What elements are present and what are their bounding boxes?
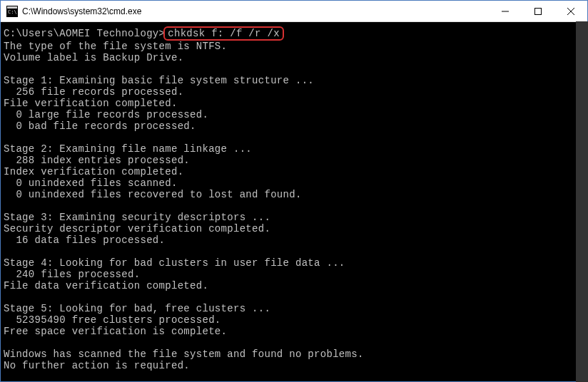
terminal-content: C:\Users\AOMEI Technology>chkdsk f: /f /… <box>4 26 584 371</box>
window-controls <box>489 1 587 21</box>
scrollbar[interactable] <box>576 21 588 382</box>
cmd-icon: C:\ <box>6 6 18 17</box>
output-line <box>4 337 584 349</box>
output-line <box>4 246 584 257</box>
output-line: Windows has scanned the file system and … <box>4 349 584 360</box>
output-line: 240 files processed. <box>4 269 584 280</box>
output-line: Stage 2: Examining file name linkage ... <box>4 143 584 155</box>
titlebar[interactable]: C:\ C:\Windows\system32\cmd.exe <box>1 1 587 22</box>
output-line <box>4 63 584 75</box>
output-line: 0 unindexed files scanned. <box>4 177 584 189</box>
window-title: C:\Windows\system32\cmd.exe <box>22 6 489 16</box>
output-line: Volume label is Backup Drive. <box>4 52 584 63</box>
output-line: 0 large file records processed. <box>4 109 584 120</box>
output-line: File verification completed. <box>4 98 584 109</box>
maximize-button[interactable] <box>522 1 554 21</box>
output-line: 16 data files processed. <box>4 234 584 246</box>
terminal-area[interactable]: C:\Users\AOMEI Technology>chkdsk f: /f /… <box>1 22 587 381</box>
output-line: Stage 5: Looking for bad, free clusters … <box>4 303 584 314</box>
output-lines: The type of the file system is NTFS.Volu… <box>4 41 584 371</box>
output-line: 52395490 free clusters processed. <box>4 314 584 326</box>
minimize-button[interactable] <box>489 1 522 21</box>
output-line: File data verification completed. <box>4 280 584 291</box>
prompt: C:\Users\AOMEI Technology> <box>4 28 165 39</box>
svg-rect-1 <box>7 6 17 9</box>
output-line: 0 bad file records processed. <box>4 120 584 132</box>
output-line <box>4 200 584 212</box>
command-highlight: chkdsk f: /f /r /x <box>163 26 284 41</box>
prompt-line: C:\Users\AOMEI Technology>chkdsk f: /f /… <box>4 26 584 41</box>
output-line: The type of the file system is NTFS. <box>4 41 584 52</box>
output-line: Stage 3: Examining security descriptors … <box>4 212 584 223</box>
output-line: Stage 4: Looking for bad clusters in use… <box>4 257 584 269</box>
output-line: No further action is required. <box>4 360 584 371</box>
close-button[interactable] <box>554 1 587 21</box>
svg-rect-4 <box>535 8 542 14</box>
output-line <box>4 132 584 143</box>
output-line: 256 file records processed. <box>4 86 584 98</box>
output-line <box>4 291 584 303</box>
svg-text:C:\: C:\ <box>8 9 17 15</box>
output-line: Stage 1: Examining basic file system str… <box>4 75 584 86</box>
cmd-window: C:\ C:\Windows\system32\cmd.exe C:\Users… <box>0 0 588 382</box>
output-line: 288 index entries processed. <box>4 155 584 166</box>
output-line: Index verification completed. <box>4 166 584 177</box>
output-line: 0 unindexed files recovered to lost and … <box>4 189 584 200</box>
output-line: Security descriptor verification complet… <box>4 223 584 234</box>
output-line: Free space verification is complete. <box>4 326 584 337</box>
